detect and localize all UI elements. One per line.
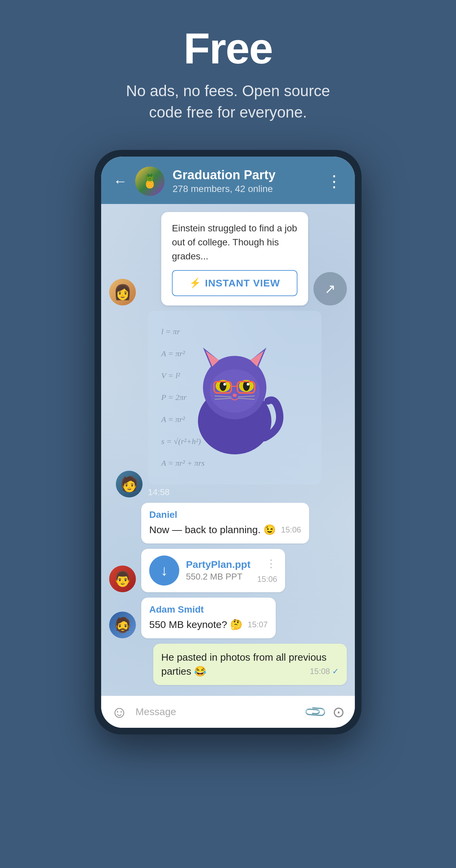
emoji-button[interactable]: ☺ xyxy=(111,703,127,721)
svg-point-11 xyxy=(223,383,226,385)
file-size: 550.2 MB PPT xyxy=(186,571,250,582)
share-icon: ↗ xyxy=(325,281,336,297)
sticker-message-row: 🧑 l = πr A = πr² V = l² P = 2πr A = πr² … xyxy=(116,311,347,497)
sticker-background: l = πr A = πr² V = l² P = 2πr A = πr² s … xyxy=(148,311,322,485)
adam-message-row: 🧔 Adam Smidt 550 MB keynote? 🤔 15:07 xyxy=(109,597,347,638)
sticker-container: l = πr A = πr² V = l² P = 2πr A = πr² s … xyxy=(148,311,322,497)
group-avatar: 🍍 xyxy=(135,166,164,196)
daniel-time: 15:06 xyxy=(281,524,301,535)
math-line-1: l = πr xyxy=(161,327,308,336)
user-avatar-girl: 👩 xyxy=(109,279,136,306)
user-avatar-guy1: 🧑 xyxy=(116,471,143,497)
download-arrow-icon: ↓ xyxy=(160,562,168,579)
phone-mockup: ← 🍍 Graduation Party 278 members, 42 onl… xyxy=(94,150,362,735)
chat-status: 278 members, 42 online xyxy=(173,184,318,194)
hero-title: Free xyxy=(184,27,273,70)
adam-text: 550 MB keynote? 🤔 15:07 xyxy=(149,618,268,632)
daniel-bubble: Daniel Now — back to planning. 😉 15:06 xyxy=(141,503,309,544)
share-button[interactable]: ↗ xyxy=(313,272,347,306)
hero-subtitle: No ads, no fees. Open source code free f… xyxy=(111,80,345,123)
instant-view-button[interactable]: ⚡ INSTANT VIEW xyxy=(172,270,298,296)
daniel-sender: Daniel xyxy=(149,509,301,520)
sticker-time: 14:58 xyxy=(148,487,301,497)
hero-section: Free No ads, no fees. Open source code f… xyxy=(0,0,456,143)
article-text: Einstein struggled to find a job out of … xyxy=(172,221,298,264)
attach-button[interactable]: 📎 xyxy=(303,699,328,724)
daniel-text: Now — back to planning. 😉 15:06 xyxy=(149,523,301,537)
user-avatar-adam: 🧔 xyxy=(109,612,136,638)
cat-sticker-svg xyxy=(185,341,285,454)
file-info: PartyPlan.ppt 550.2 MB PPT xyxy=(186,559,250,582)
message-input[interactable]: Message xyxy=(135,704,298,720)
read-checkmark-icon: ✓ xyxy=(332,667,339,676)
chat-input-bar: ☺ Message 📎 ⊙ xyxy=(101,696,355,728)
lightning-icon: ⚡ xyxy=(189,277,201,288)
phone-screen: ← 🍍 Graduation Party 278 members, 42 onl… xyxy=(101,157,355,728)
own-bubble: He pasted in photos from all previous pa… xyxy=(153,644,347,685)
math-line-7: A = πr² + πrs xyxy=(161,459,308,468)
svg-point-12 xyxy=(247,383,249,385)
chat-info: Graduation Party 278 members, 42 online xyxy=(173,168,318,194)
daniel-message-row: Daniel Now — back to planning. 😉 15:06 xyxy=(109,503,347,544)
back-button[interactable]: ← xyxy=(113,173,127,189)
file-bubble: ↓ PartyPlan.ppt 550.2 MB PPT ⋮ 15:06 xyxy=(141,549,285,592)
own-time: 15:08 ✓ xyxy=(310,666,339,677)
svg-point-9 xyxy=(220,381,226,391)
svg-point-16 xyxy=(233,394,237,397)
file-download-icon[interactable]: ↓ xyxy=(149,556,179,586)
own-message-row: He pasted in photos from all previous pa… xyxy=(109,644,347,685)
adam-time: 15:07 xyxy=(248,619,268,630)
instant-view-label: INSTANT VIEW xyxy=(205,277,280,289)
own-text: He pasted in photos from all previous pa… xyxy=(161,650,339,678)
file-more-button[interactable]: ⋮ xyxy=(266,557,277,570)
adam-sender: Adam Smidt xyxy=(149,604,268,615)
article-message-row: 👩 Einstein struggled to find a job out o… xyxy=(109,212,347,306)
file-time: 15:06 xyxy=(257,575,277,584)
svg-point-6 xyxy=(210,369,260,413)
chat-header: ← 🍍 Graduation Party 278 members, 42 onl… xyxy=(101,157,355,204)
phone-outer-shell: ← 🍍 Graduation Party 278 members, 42 onl… xyxy=(94,150,362,735)
svg-point-10 xyxy=(243,381,250,391)
file-name: PartyPlan.ppt xyxy=(186,559,250,570)
chat-body: 👩 Einstein struggled to find a job out o… xyxy=(101,204,355,696)
adam-bubble: Adam Smidt 550 MB keynote? 🤔 15:07 xyxy=(141,597,276,638)
user-avatar-guy2: 👨 xyxy=(109,565,136,592)
article-card: Einstein struggled to find a job out of … xyxy=(161,212,308,306)
camera-button[interactable]: ⊙ xyxy=(333,704,345,720)
file-message-row: 👨 ↓ PartyPlan.ppt 550.2 MB PPT ⋮ 15:06 xyxy=(109,549,347,592)
more-button[interactable]: ⋮ xyxy=(326,172,343,191)
chat-name: Graduation Party xyxy=(173,168,318,182)
